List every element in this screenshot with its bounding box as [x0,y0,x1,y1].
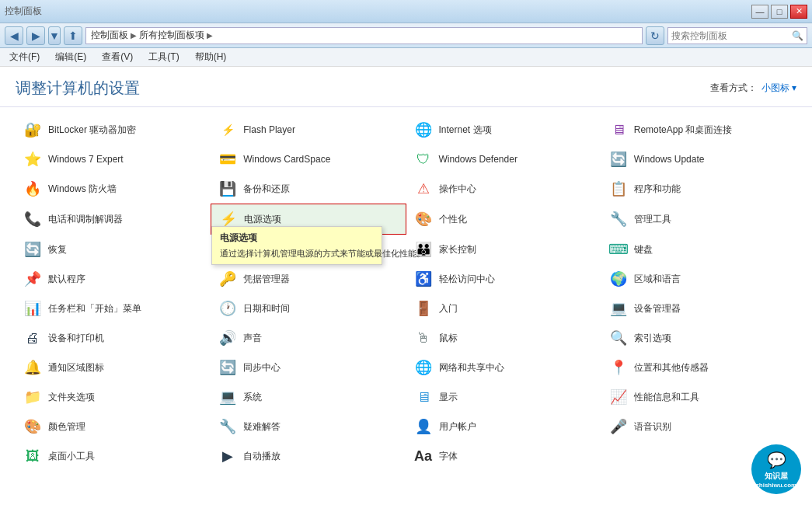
list-item[interactable]: 🖼 桌面小工具 [16,441,211,471]
list-item[interactable]: ⌨ 键盘 [601,235,796,264]
item-label: 声音 [243,332,262,345]
flash-icon: ⚡ [217,119,239,141]
list-item[interactable]: 🎨 个性化 [406,204,601,235]
list-item[interactable]: ♿ 轻松访问中心 [406,264,601,294]
item-label: 任务栏和「开始」菜单 [48,302,141,315]
list-item[interactable]: 🖱 鼠标 [406,323,601,353]
view-label: 查看方式： [710,82,757,95]
list-item[interactable]: 🚪 入门 [406,294,601,323]
main-area: 调整计算机的设置 查看方式： 小图标 ▾ 🔐 BitLocker 驱动器加密 ⚡… [0,67,812,505]
item-label: 程序和功能 [634,183,681,196]
list-item[interactable]: ⭐ Windows 7 Expert [16,145,211,174]
search-box[interactable]: 🔍 [667,27,807,44]
list-item[interactable]: 📍 位置和其他传感器 [601,353,796,382]
menu-view[interactable]: 查看(V) [99,49,136,65]
list-item[interactable]: 💾 备份和还原 [211,174,406,204]
list-item[interactable]: ▶ 自动播放 [211,441,406,471]
list-item[interactable]: 🌐 Internet 选项 [406,115,601,145]
watermark-url: zhishiwu.com [756,482,796,489]
list-item[interactable]: 🔥 Windows 防火墙 [16,174,211,204]
list-item[interactable]: 🎤 语音识别 [601,412,796,441]
list-item[interactable]: Aa 字体 [406,441,601,471]
list-item[interactable]: 🔐 BitLocker 驱动器加密 [16,115,211,145]
tooltip-title: 电源选项 [220,232,374,245]
sound-icon: 🔊 [217,327,239,349]
maximize-button[interactable]: □ [771,5,788,19]
list-item[interactable]: 👤 用户帐户 [406,412,601,441]
menu-tools[interactable]: 工具(T) [145,49,182,65]
update-icon: 🔄 [608,148,629,170]
item-label: 性能信息和工具 [634,391,699,404]
item-label: Windows Update [634,154,705,165]
item-label: 自动播放 [243,450,281,463]
list-item[interactable]: 🔊 声音 [211,323,406,353]
window-title: 控制面板 [5,5,42,18]
item-label: 位置和其他传感器 [634,361,709,374]
list-item[interactable]: 👪 家长控制 [406,235,601,264]
list-item[interactable]: 💻 设备管理器 [601,294,796,323]
item-label: 鼠标 [439,332,458,345]
list-item[interactable]: ⚡ Flash Player [211,115,406,145]
item-label: 网络和共享中心 [439,361,504,374]
minimize-button[interactable]: — [751,5,768,19]
list-item[interactable]: 📋 程序和功能 [601,174,796,204]
item-label: 同步中心 [243,361,281,374]
list-item[interactable]: 💻 系统 [211,382,406,412]
list-item[interactable]: 📌 默认程序 [16,264,211,294]
search-icon: 🔍 [792,30,803,41]
view-selector[interactable]: 小图标 ▾ [761,82,796,95]
item-label: Windows Defender [439,154,518,165]
watermark: 💬 知识屋 zhishiwu.com [751,444,801,494]
list-item[interactable]: 🔑 凭据管理器 [211,264,406,294]
list-item[interactable]: 📞 电话和调制解调器 [16,204,211,235]
folder-icon: 📁 [22,386,44,408]
list-item[interactable]: 🖨 设备和打印机 [16,323,211,353]
location-icon: 📍 [608,357,629,378]
backup-icon: 💾 [217,178,239,200]
menu-edit[interactable]: 编辑(E) [52,49,89,65]
list-item[interactable]: ⚠ 操作中心 [406,174,601,204]
menu-help[interactable]: 帮助(H) [192,49,230,65]
list-item[interactable]: 💳 Windows CardSpace [211,145,406,174]
mouse-icon: 🖱 [413,327,434,349]
list-item[interactable]: 🌐 网络和共享中心 [406,353,601,382]
list-item[interactable]: 🕐 日期和时间 [211,294,406,323]
list-item[interactable]: 🌍 区域和语言 [601,264,796,294]
defender-icon: 🛡 [413,148,434,170]
item-label: 桌面小工具 [48,450,95,463]
list-item[interactable]: 🔄 同步中心 [211,353,406,382]
item-label: 恢复 [48,243,67,256]
list-item[interactable]: 🔧 疑难解答 [211,412,406,441]
view-options: 查看方式： 小图标 ▾ [710,82,796,95]
credential-icon: 🔑 [217,268,239,290]
list-item[interactable]: 🖥 显示 [406,382,601,412]
recent-button[interactable]: ▼ [48,26,61,45]
manage-icon: 🔧 [608,208,629,230]
search-input[interactable] [671,30,792,41]
list-item[interactable]: 🖥 RemoteApp 和桌面连接 [601,115,796,145]
item-label: 系统 [243,391,262,404]
item-label: 默认程序 [48,273,85,286]
address-path[interactable]: 控制面板 ▶ 所有控制面板项 ▶ [85,27,643,44]
list-item[interactable]: 🔧 管理工具 [601,204,796,235]
up-button[interactable]: ⬆ [64,26,82,45]
back-button[interactable]: ◀ [5,26,23,45]
taskbar-icon: 📊 [22,298,44,319]
menu-file[interactable]: 文件(F) [6,49,43,65]
power-item[interactable]: ⚡ 电源选项 电源选项 通过选择计算机管理电源的方式来节能或最佳化性能。 [211,204,406,235]
list-item[interactable]: 🔍 索引选项 [601,323,796,353]
list-item[interactable]: 🔄 Windows Update [601,145,796,174]
list-item[interactable]: 🛡 Windows Defender [406,145,601,174]
window-controls: — □ ✕ [751,5,807,19]
item-label: 语音识别 [634,420,671,434]
forward-button[interactable]: ▶ [26,26,45,45]
close-button[interactable]: ✕ [790,5,807,19]
refresh-button[interactable]: ↻ [646,26,664,45]
list-item[interactable]: 🔔 通知区域图标 [16,353,211,382]
list-item[interactable]: 🔄 恢复 [16,235,211,264]
list-item[interactable]: 🎨 颜色管理 [16,412,211,441]
list-item[interactable]: 📈 性能信息和工具 [601,382,796,412]
list-item[interactable]: 📁 文件夹选项 [16,382,211,412]
desktop-icon: 🖼 [22,445,44,467]
list-item[interactable]: 📊 任务栏和「开始」菜单 [16,294,211,323]
